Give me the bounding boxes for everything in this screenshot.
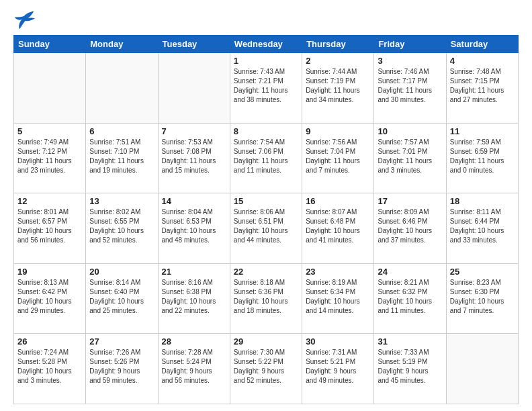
day-info: Sunrise: 8:02 AM Sunset: 6:55 PM Dayligh… [89, 208, 154, 245]
calendar-cell: 29Sunrise: 7:30 AM Sunset: 5:22 PM Dayli… [230, 334, 302, 404]
day-info: Sunrise: 8:01 AM Sunset: 6:57 PM Dayligh… [17, 208, 82, 245]
calendar-cell [86, 53, 158, 124]
day-number: 9 [306, 126, 370, 136]
weekday-header-row: SundayMondayTuesdayWednesdayThursdayFrid… [14, 36, 519, 53]
day-number: 11 [450, 126, 515, 136]
calendar-cell: 14Sunrise: 8:04 AM Sunset: 6:53 PM Dayli… [158, 193, 230, 264]
calendar-cell: 18Sunrise: 8:11 AM Sunset: 6:44 PM Dayli… [446, 193, 518, 264]
day-number: 19 [17, 267, 82, 277]
calendar-cell: 13Sunrise: 8:02 AM Sunset: 6:55 PM Dayli… [86, 193, 158, 264]
day-number: 10 [378, 126, 442, 136]
day-info: Sunrise: 8:09 AM Sunset: 6:46 PM Dayligh… [378, 208, 442, 245]
day-number: 30 [306, 336, 370, 347]
day-info: Sunrise: 7:59 AM Sunset: 6:59 PM Dayligh… [450, 138, 515, 175]
weekday-header-monday: Monday [86, 36, 158, 53]
day-info: Sunrise: 7:46 AM Sunset: 7:17 PM Dayligh… [378, 67, 442, 105]
calendar-cell: 1Sunrise: 7:43 AM Sunset: 7:21 PM Daylig… [230, 53, 302, 124]
calendar-cell [446, 334, 518, 404]
calendar-cell [14, 53, 86, 124]
day-info: Sunrise: 8:13 AM Sunset: 6:42 PM Dayligh… [17, 278, 82, 316]
calendar-cell: 10Sunrise: 7:57 AM Sunset: 7:01 PM Dayli… [374, 123, 446, 193]
day-info: Sunrise: 7:54 AM Sunset: 7:06 PM Dayligh… [234, 138, 298, 175]
day-number: 2 [306, 56, 370, 66]
week-row-2: 5Sunrise: 7:49 AM Sunset: 7:12 PM Daylig… [14, 123, 519, 193]
day-number: 4 [450, 56, 515, 66]
logo [13, 11, 38, 30]
calendar-cell: 24Sunrise: 8:21 AM Sunset: 6:32 PM Dayli… [374, 263, 446, 334]
calendar-cell: 11Sunrise: 7:59 AM Sunset: 6:59 PM Dayli… [446, 123, 518, 193]
day-number: 3 [378, 56, 442, 66]
calendar-cell: 12Sunrise: 8:01 AM Sunset: 6:57 PM Dayli… [14, 193, 86, 264]
calendar-cell: 16Sunrise: 8:07 AM Sunset: 6:48 PM Dayli… [302, 193, 374, 264]
calendar-cell: 9Sunrise: 7:56 AM Sunset: 7:04 PM Daylig… [302, 123, 374, 193]
day-number: 28 [162, 336, 226, 347]
day-info: Sunrise: 8:04 AM Sunset: 6:53 PM Dayligh… [162, 208, 226, 245]
calendar: SundayMondayTuesdayWednesdayThursdayFrid… [13, 35, 519, 404]
day-info: Sunrise: 8:14 AM Sunset: 6:40 PM Dayligh… [89, 278, 154, 316]
top-section [13, 11, 519, 30]
day-number: 22 [234, 267, 298, 277]
day-info: Sunrise: 8:19 AM Sunset: 6:34 PM Dayligh… [306, 278, 370, 316]
day-number: 6 [89, 126, 154, 136]
calendar-cell: 20Sunrise: 8:14 AM Sunset: 6:40 PM Dayli… [86, 263, 158, 334]
day-number: 29 [234, 336, 298, 347]
day-info: Sunrise: 8:21 AM Sunset: 6:32 PM Dayligh… [378, 278, 442, 316]
day-number: 5 [17, 126, 82, 136]
weekday-header-friday: Friday [374, 36, 446, 53]
week-row-3: 12Sunrise: 8:01 AM Sunset: 6:57 PM Dayli… [14, 193, 519, 264]
day-number: 8 [234, 126, 298, 136]
calendar-cell: 23Sunrise: 8:19 AM Sunset: 6:34 PM Dayli… [302, 263, 374, 334]
calendar-cell: 8Sunrise: 7:54 AM Sunset: 7:06 PM Daylig… [230, 123, 302, 193]
weekday-header-wednesday: Wednesday [230, 36, 302, 53]
calendar-cell: 30Sunrise: 7:31 AM Sunset: 5:21 PM Dayli… [302, 334, 374, 404]
calendar-cell: 17Sunrise: 8:09 AM Sunset: 6:46 PM Dayli… [374, 193, 446, 264]
day-info: Sunrise: 7:33 AM Sunset: 5:19 PM Dayligh… [378, 348, 442, 385]
weekday-header-tuesday: Tuesday [158, 36, 230, 53]
calendar-cell: 15Sunrise: 8:06 AM Sunset: 6:51 PM Dayli… [230, 193, 302, 264]
calendar-cell: 5Sunrise: 7:49 AM Sunset: 7:12 PM Daylig… [14, 123, 86, 193]
day-number: 25 [450, 267, 515, 277]
weekday-header-saturday: Saturday [446, 36, 518, 53]
calendar-cell: 22Sunrise: 8:18 AM Sunset: 6:36 PM Dayli… [230, 263, 302, 334]
day-number: 12 [17, 196, 82, 206]
calendar-cell: 26Sunrise: 7:24 AM Sunset: 5:28 PM Dayli… [14, 334, 86, 404]
day-info: Sunrise: 7:56 AM Sunset: 7:04 PM Dayligh… [306, 138, 370, 175]
day-info: Sunrise: 7:24 AM Sunset: 5:28 PM Dayligh… [17, 348, 82, 385]
day-number: 16 [306, 196, 370, 206]
day-info: Sunrise: 8:23 AM Sunset: 6:30 PM Dayligh… [450, 278, 515, 316]
day-info: Sunrise: 8:18 AM Sunset: 6:36 PM Dayligh… [234, 278, 298, 316]
day-number: 15 [234, 196, 298, 206]
calendar-cell: 7Sunrise: 7:53 AM Sunset: 7:08 PM Daylig… [158, 123, 230, 193]
day-info: Sunrise: 7:28 AM Sunset: 5:24 PM Dayligh… [162, 348, 226, 385]
day-number: 13 [89, 196, 154, 206]
day-number: 21 [162, 267, 226, 277]
calendar-cell: 21Sunrise: 8:16 AM Sunset: 6:38 PM Dayli… [158, 263, 230, 334]
weekday-header-sunday: Sunday [14, 36, 86, 53]
day-info: Sunrise: 8:11 AM Sunset: 6:44 PM Dayligh… [450, 208, 515, 245]
calendar-cell: 25Sunrise: 8:23 AM Sunset: 6:30 PM Dayli… [446, 263, 518, 334]
day-number: 14 [162, 196, 226, 206]
calendar-cell: 3Sunrise: 7:46 AM Sunset: 7:17 PM Daylig… [374, 53, 446, 124]
day-number: 26 [17, 336, 82, 347]
day-info: Sunrise: 7:51 AM Sunset: 7:10 PM Dayligh… [89, 138, 154, 175]
day-number: 18 [450, 196, 515, 206]
calendar-cell: 31Sunrise: 7:33 AM Sunset: 5:19 PM Dayli… [374, 334, 446, 404]
day-info: Sunrise: 7:57 AM Sunset: 7:01 PM Dayligh… [378, 138, 442, 175]
calendar-cell: 4Sunrise: 7:48 AM Sunset: 7:15 PM Daylig… [446, 53, 518, 124]
day-info: Sunrise: 7:53 AM Sunset: 7:08 PM Dayligh… [162, 138, 226, 175]
day-number: 20 [89, 267, 154, 277]
day-number: 23 [306, 267, 370, 277]
day-info: Sunrise: 8:16 AM Sunset: 6:38 PM Dayligh… [162, 278, 226, 316]
day-info: Sunrise: 7:31 AM Sunset: 5:21 PM Dayligh… [306, 348, 370, 385]
day-number: 1 [234, 56, 298, 66]
calendar-cell [158, 53, 230, 124]
day-info: Sunrise: 7:43 AM Sunset: 7:21 PM Dayligh… [234, 67, 298, 105]
week-row-1: 1Sunrise: 7:43 AM Sunset: 7:21 PM Daylig… [14, 53, 519, 124]
day-info: Sunrise: 7:26 AM Sunset: 5:26 PM Dayligh… [89, 348, 154, 385]
page: SundayMondayTuesdayWednesdayThursdayFrid… [0, 0, 532, 411]
calendar-cell: 27Sunrise: 7:26 AM Sunset: 5:26 PM Dayli… [86, 334, 158, 404]
day-number: 7 [162, 126, 226, 136]
day-info: Sunrise: 7:48 AM Sunset: 7:15 PM Dayligh… [450, 67, 515, 105]
week-row-5: 26Sunrise: 7:24 AM Sunset: 5:28 PM Dayli… [14, 334, 519, 404]
day-number: 31 [378, 336, 442, 347]
